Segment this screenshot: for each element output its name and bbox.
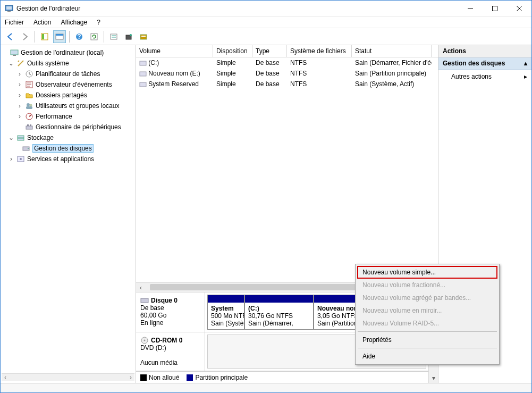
tree-device-manager[interactable]: Gestionnaire de périphériques <box>36 123 121 131</box>
svg-point-41 <box>144 340 146 341</box>
svg-rect-13 <box>91 34 97 40</box>
volume-list-header: Volume Disposition Type Système de fichi… <box>136 45 438 57</box>
titlebar: Gestion de l'ordinateur <box>1 1 531 16</box>
disk-size: 60,00 Go <box>140 312 200 319</box>
close-button[interactable] <box>507 1 531 16</box>
partition-c[interactable]: (C:)30,76 Go NTFSSain (Démarrer, <box>244 295 314 330</box>
volume-icon <box>139 60 147 66</box>
tree-users-groups[interactable]: Utilisateurs et groupes locaux <box>36 102 119 110</box>
svg-rect-27 <box>26 126 32 129</box>
menu-action[interactable]: Action <box>33 19 51 26</box>
column-header-status[interactable]: Statut <box>352 45 432 57</box>
menu-properties[interactable]: Propriétés <box>357 333 497 346</box>
navigation-tree: Gestion de l'ordinateur (local) ⌄Outils … <box>1 45 136 383</box>
column-header-volume[interactable]: Volume <box>136 45 213 57</box>
storage-icon <box>16 133 25 142</box>
volume-row[interactable]: (C:) Simple De base NTFS Sain (Démarrer,… <box>136 57 438 68</box>
menubar: Fichier Action Affichage ? <box>1 16 531 28</box>
svg-rect-18 <box>141 36 146 37</box>
expand-icon[interactable]: › <box>16 113 23 120</box>
partition-e[interactable]: Nouveau nom3,05 Go NTFSSain (Partition <box>314 295 361 330</box>
expand-icon[interactable]: › <box>16 70 23 78</box>
svg-rect-30 <box>18 136 24 138</box>
disk-kind: De base <box>140 304 200 312</box>
users-icon <box>25 102 33 110</box>
maximize-button[interactable] <box>483 1 507 16</box>
column-header-filesystem[interactable]: Système de fichiers <box>287 45 352 57</box>
tree-shared-folders[interactable]: Dossiers partagés <box>36 91 87 99</box>
tree-services-apps[interactable]: Services et applications <box>27 155 94 163</box>
tree-task-scheduler[interactable]: Planificateur de tâches <box>36 70 100 78</box>
forward-button[interactable] <box>19 30 31 43</box>
show-hide-tree-button[interactable] <box>38 30 51 43</box>
svg-rect-31 <box>18 138 24 140</box>
svg-rect-4 <box>493 6 497 11</box>
svg-point-35 <box>20 158 22 160</box>
expand-icon[interactable]: › <box>16 102 23 110</box>
svg-point-23 <box>27 103 30 106</box>
expand-icon[interactable]: › <box>8 155 14 163</box>
menu-help[interactable]: ? <box>97 19 100 26</box>
context-menu: Nouveau volume simple... Nouveau volume … <box>355 264 500 365</box>
expand-icon[interactable]: ⌄ <box>8 60 14 67</box>
computer-icon <box>10 48 19 57</box>
tree-disk-management[interactable]: Gestion des disques <box>32 144 94 153</box>
menu-new-raid5-volume: Nouveau Volume RAID-5... <box>357 317 497 330</box>
volume-row[interactable]: System Reserved Simple De base NTFS Sain… <box>136 79 438 89</box>
window-title: Gestion de l'ordinateur <box>16 5 458 12</box>
services-icon <box>16 155 25 163</box>
properties-button[interactable] <box>53 30 66 43</box>
clock-icon <box>25 70 33 78</box>
svg-rect-10 <box>56 34 63 36</box>
event-viewer-icon <box>25 80 33 89</box>
volume-icon <box>139 71 147 77</box>
svg-rect-19 <box>11 50 18 55</box>
menu-file[interactable]: Fichier <box>5 19 24 26</box>
toolbar-icon-1[interactable] <box>107 30 120 43</box>
expand-icon[interactable]: › <box>16 91 23 99</box>
menu-new-mirrored-volume: Nouveau volume en miroir... <box>357 304 497 317</box>
actions-other-actions[interactable]: Autres actions▸ <box>438 70 531 83</box>
disk-state: En ligne <box>140 319 200 327</box>
expand-icon[interactable]: ⌄ <box>8 134 14 141</box>
column-header-type[interactable]: Type <box>252 45 287 57</box>
tree-system-tools[interactable]: Outils système <box>27 60 69 67</box>
tree-horizontal-scrollbar[interactable]: ‹› <box>2 373 134 381</box>
disk-info[interactable]: Disque 0 De base 60,00 Go En ligne <box>136 292 205 332</box>
menu-view[interactable]: Affichage <box>61 19 87 26</box>
partition-system-reserved[interactable]: System500 Mo NTFSSain (Système <box>207 295 244 330</box>
help-button[interactable]: ? <box>73 30 86 43</box>
back-button[interactable] <box>4 30 16 43</box>
volume-icon <box>139 81 147 88</box>
svg-rect-37 <box>140 72 146 76</box>
expand-icon[interactable]: › <box>16 81 23 88</box>
svg-rect-17 <box>140 35 147 39</box>
toolbar-icon-3[interactable] <box>137 30 150 43</box>
svg-rect-20 <box>13 55 16 56</box>
svg-rect-39 <box>141 298 148 303</box>
actions-section[interactable]: Gestion des disques▴ <box>438 57 531 70</box>
minimize-button[interactable] <box>458 1 483 16</box>
menu-new-simple-volume[interactable]: Nouveau volume simple... <box>357 266 497 279</box>
legend-primary: Partition principale <box>195 374 248 381</box>
disk-management-icon <box>22 144 30 153</box>
refresh-button[interactable] <box>88 30 100 43</box>
tree-event-viewer[interactable]: Observateur d'événements <box>36 81 112 88</box>
svg-rect-14 <box>111 34 117 39</box>
svg-rect-36 <box>140 61 146 65</box>
toolbar-icon-2[interactable] <box>122 30 135 43</box>
tree-storage[interactable]: Stockage <box>27 134 54 141</box>
menu-help[interactable]: Aide <box>357 350 497 363</box>
svg-rect-8 <box>42 34 44 39</box>
disk-info[interactable]: CD-ROM 0 DVD (D:) Aucun média <box>136 332 205 371</box>
volume-row[interactable]: Nouveau nom (E:) Simple De base NTFS Sai… <box>136 68 438 79</box>
collapse-icon: ▴ <box>524 60 527 67</box>
column-header-disposition[interactable]: Disposition <box>213 45 252 57</box>
disk-icon <box>140 297 149 304</box>
tree-performance[interactable]: Performance <box>36 113 72 120</box>
svg-point-24 <box>30 104 32 107</box>
menu-new-spanned-volume: Nouveau volume fractionné... <box>357 279 497 291</box>
tree-root[interactable]: Gestion de l'ordinateur (local) <box>21 49 104 56</box>
toolbar: ? <box>1 28 531 45</box>
svg-point-16 <box>130 34 132 36</box>
